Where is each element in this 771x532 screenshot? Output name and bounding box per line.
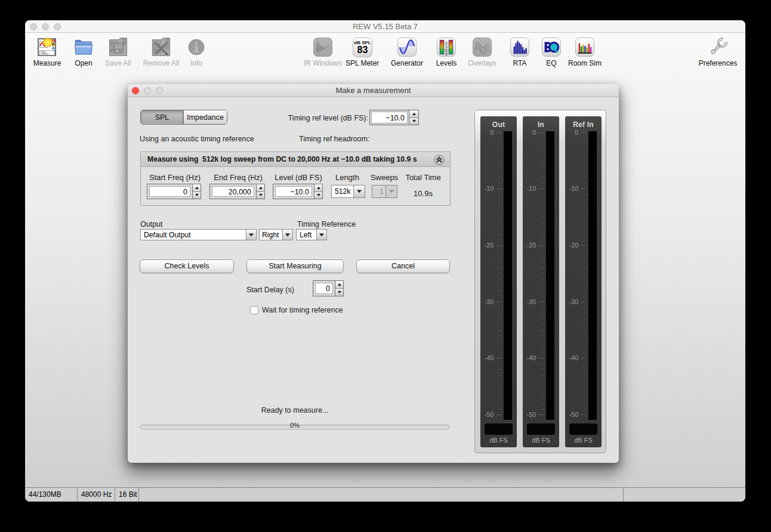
svg-text:9: 9 — [445, 52, 448, 56]
